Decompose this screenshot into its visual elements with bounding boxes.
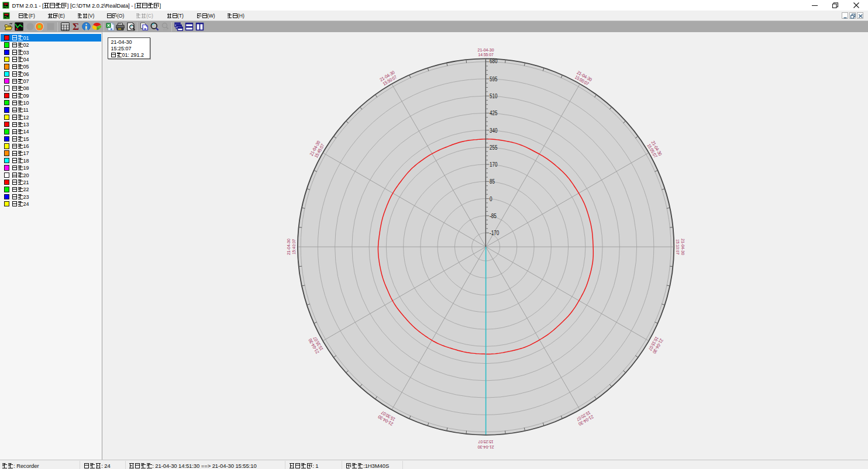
svg-text:0: 0 <box>490 195 492 202</box>
svg-text:85: 85 <box>490 178 495 185</box>
svg-text:170: 170 <box>490 161 497 168</box>
svg-text:340: 340 <box>490 127 497 134</box>
svg-text:15:25:07: 15:25:07 <box>478 439 493 444</box>
svg-text:680: 680 <box>490 57 497 64</box>
svg-text:21-04-30: 21-04-30 <box>477 444 494 450</box>
svg-text:21-04-30: 21-04-30 <box>286 239 291 255</box>
svg-text:15:10:07: 15:10:07 <box>675 239 680 254</box>
svg-text:510: 510 <box>490 92 497 99</box>
svg-text:21-04-30: 21-04-30 <box>478 47 494 53</box>
svg-text:255: 255 <box>490 144 497 151</box>
svg-text:595: 595 <box>490 75 497 82</box>
svg-text:14:55:07: 14:55:07 <box>478 52 494 57</box>
svg-text:15:40:07: 15:40:07 <box>291 239 297 254</box>
svg-text:-85: -85 <box>490 212 497 219</box>
svg-text:Σ: Σ <box>73 22 79 31</box>
svg-text:-170: -170 <box>490 229 499 236</box>
svg-text:425: 425 <box>490 109 497 116</box>
svg-text:21-04-30: 21-04-30 <box>680 239 686 255</box>
